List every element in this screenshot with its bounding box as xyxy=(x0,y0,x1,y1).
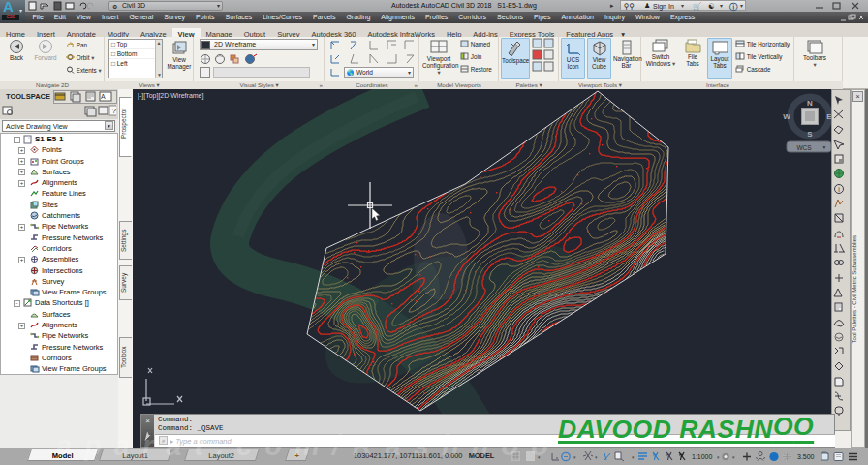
svg-text:▾: ▾ xyxy=(823,144,826,150)
svg-text:▾: ▾ xyxy=(732,454,735,460)
svg-text:?: ? xyxy=(112,107,117,115)
svg-text:▾: ▾ xyxy=(595,454,598,460)
svg-text:W: W xyxy=(783,112,790,121)
svg-text:▾: ▾ xyxy=(574,454,576,460)
svg-text:3.500: 3.500 xyxy=(797,453,815,460)
svg-text:1:1000: 1:1000 xyxy=(692,453,713,460)
svg-text:▾: ▾ xyxy=(632,454,635,460)
svg-text:S: S xyxy=(807,130,813,139)
svg-text:WCS: WCS xyxy=(796,144,812,151)
svg-text:A: A xyxy=(101,93,106,100)
svg-text:N: N xyxy=(807,99,813,108)
svg-text:i: i xyxy=(838,186,840,193)
svg-text:▾: ▾ xyxy=(717,454,720,460)
